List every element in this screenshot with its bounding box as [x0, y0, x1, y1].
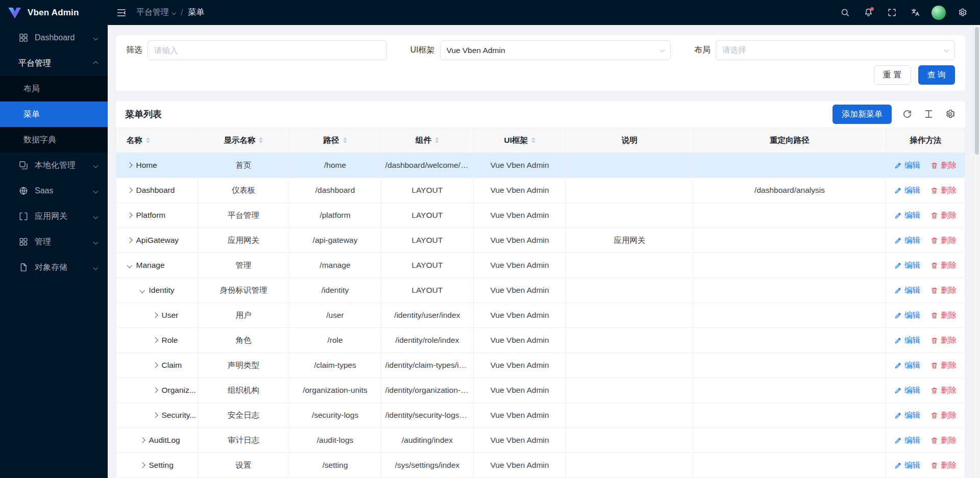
column-header-display-name[interactable]: 显示名称: [198, 128, 289, 153]
sidebar-item-dashboard[interactable]: Dashboard: [0, 25, 108, 51]
table-row[interactable]: Security... 安全日志 /security-logs /identit…: [116, 403, 965, 428]
delete-button[interactable]: 删除: [930, 435, 957, 446]
sidebar-item-manage[interactable]: 管理: [0, 229, 108, 255]
sort-icon[interactable]: [435, 137, 439, 143]
sidebar-item-localization[interactable]: 本地化管理: [0, 153, 108, 178]
breadcrumb-item-platform[interactable]: 平台管理: [136, 7, 176, 18]
delete-button[interactable]: 删除: [930, 185, 957, 196]
table-row[interactable]: Home 首页 /home /dashboard/welcome/in... V…: [116, 153, 965, 178]
reset-button[interactable]: 重 置: [874, 65, 911, 85]
edit-button[interactable]: 编辑: [894, 160, 920, 171]
delete-button[interactable]: 删除: [930, 235, 957, 246]
settings-icon[interactable]: [952, 4, 972, 22]
menu-fold-icon[interactable]: [116, 7, 127, 18]
expand-icon[interactable]: [127, 163, 132, 168]
edit-button[interactable]: 编辑: [894, 310, 920, 321]
expand-icon[interactable]: [152, 413, 158, 418]
sort-icon[interactable]: [343, 137, 347, 143]
refresh-icon[interactable]: [902, 109, 913, 120]
edit-button[interactable]: 编辑: [894, 360, 920, 371]
column-header-component[interactable]: 组件: [381, 128, 473, 153]
column-header-path[interactable]: 路径: [289, 128, 381, 153]
ui-framework-select[interactable]: Vue Vben Admin: [440, 40, 671, 60]
delete-button[interactable]: 删除: [930, 285, 957, 296]
delete-button[interactable]: 删除: [930, 310, 957, 321]
table-row[interactable]: Dashboard 仪表板 /dashboard LAYOUT Vue Vben…: [116, 178, 965, 203]
edit-button[interactable]: 编辑: [894, 235, 920, 246]
name-cell: AuditLog: [116, 428, 198, 453]
layout-select[interactable]: 请选择: [716, 40, 955, 60]
table-row[interactable]: Claim 声明类型 /claim-types /identity/claim-…: [116, 353, 965, 378]
sidebar-subitem-layout[interactable]: 布局: [0, 76, 108, 102]
expand-icon[interactable]: [127, 263, 132, 268]
edit-button[interactable]: 编辑: [894, 185, 920, 196]
delete-icon: [930, 287, 938, 294]
delete-button[interactable]: 删除: [930, 210, 957, 221]
table-row[interactable]: ApiGateway 应用网关 /api-gateway LAYOUT Vue …: [116, 228, 965, 253]
table-row[interactable]: AuditLog 审计日志 /audit-logs /auditing/inde…: [116, 428, 965, 453]
column-header-ui-framework[interactable]: UI框架: [474, 128, 566, 153]
edit-button[interactable]: 编辑: [894, 210, 920, 221]
search-button[interactable]: 查 询: [918, 65, 955, 85]
expand-icon[interactable]: [152, 313, 158, 318]
translate-icon[interactable]: [905, 4, 925, 22]
fullscreen-icon[interactable]: [882, 4, 901, 22]
scrollbar-thumb[interactable]: [975, 27, 979, 155]
table-settings-icon[interactable]: [945, 109, 956, 120]
expand-icon[interactable]: [152, 338, 158, 343]
expand-icon[interactable]: [127, 213, 132, 218]
edit-button[interactable]: 编辑: [894, 460, 920, 471]
avatar[interactable]: [932, 6, 946, 20]
table-row[interactable]: Manage 管理 /manage LAYOUT Vue Vben Admin …: [116, 253, 965, 278]
edit-button[interactable]: 编辑: [894, 335, 920, 346]
expand-icon[interactable]: [139, 438, 145, 443]
column-header-redirect: 重定向路径: [693, 128, 886, 153]
delete-button[interactable]: 删除: [930, 160, 957, 171]
edit-button[interactable]: 编辑: [894, 260, 920, 271]
table-row[interactable]: Platform 平台管理 /platform LAYOUT Vue Vben …: [116, 203, 965, 228]
expand-icon[interactable]: [152, 388, 158, 393]
delete-button[interactable]: 删除: [930, 460, 957, 471]
sidebar-item-gateway[interactable]: 应用网关: [0, 204, 108, 229]
column-header-name[interactable]: 名称: [116, 128, 198, 153]
sidebar-subitem-menu[interactable]: 菜单: [0, 102, 108, 127]
delete-button[interactable]: 删除: [930, 260, 957, 271]
search-icon[interactable]: [835, 4, 854, 22]
delete-button[interactable]: 删除: [930, 335, 957, 346]
expand-icon[interactable]: [127, 238, 132, 243]
sort-icon[interactable]: [259, 137, 263, 143]
description-cell: [566, 278, 693, 303]
expand-icon[interactable]: [139, 463, 145, 468]
expand-icon[interactable]: [139, 288, 145, 293]
table-row[interactable]: Organiz... 组织机构 /organization-units /ide…: [116, 378, 965, 403]
app-logo[interactable]: Vben Admin: [0, 0, 108, 25]
expand-icon[interactable]: [127, 188, 132, 193]
table-row[interactable]: User 用户 /user /identity/user/index Vue V…: [116, 303, 965, 328]
table-row[interactable]: Setting 设置 /setting /sys/settings/index …: [116, 453, 965, 478]
table-row[interactable]: Identity 身份标识管理 /identity LAYOUT Vue Vbe…: [116, 278, 965, 303]
component-cell: /identity/security-logs/i...: [381, 403, 473, 428]
sidebar-item-saas[interactable]: Saas: [0, 178, 108, 204]
edit-button[interactable]: 编辑: [894, 435, 920, 446]
scrollbar[interactable]: [973, 25, 980, 478]
table-row[interactable]: Role 角色 /role /identity/role/index Vue V…: [116, 328, 965, 353]
bell-icon[interactable]: [859, 4, 878, 22]
add-menu-button[interactable]: 添加新菜单: [832, 105, 892, 124]
sidebar-item-storage[interactable]: 对象存储: [0, 255, 108, 280]
row-height-icon[interactable]: [923, 109, 935, 120]
filter-field-layout: 布局 请选择: [694, 40, 955, 60]
redirect-cell: [693, 328, 886, 353]
delete-button[interactable]: 删除: [930, 410, 957, 421]
sort-icon[interactable]: [146, 137, 150, 143]
delete-button[interactable]: 删除: [930, 360, 957, 371]
filter-input[interactable]: [148, 40, 387, 60]
delete-button[interactable]: 删除: [930, 385, 957, 396]
main-content: 筛选 UI框架 Vue Vben Admin 布局 请选择 重 置 查 询: [108, 25, 973, 478]
sidebar-item-platform[interactable]: 平台管理: [0, 51, 108, 76]
edit-button[interactable]: 编辑: [894, 385, 920, 396]
expand-icon[interactable]: [152, 363, 158, 368]
edit-button[interactable]: 编辑: [894, 410, 920, 421]
sidebar-subitem-dictionary[interactable]: 数据字典: [0, 127, 108, 153]
sort-icon[interactable]: [531, 137, 535, 143]
edit-button[interactable]: 编辑: [894, 285, 920, 296]
